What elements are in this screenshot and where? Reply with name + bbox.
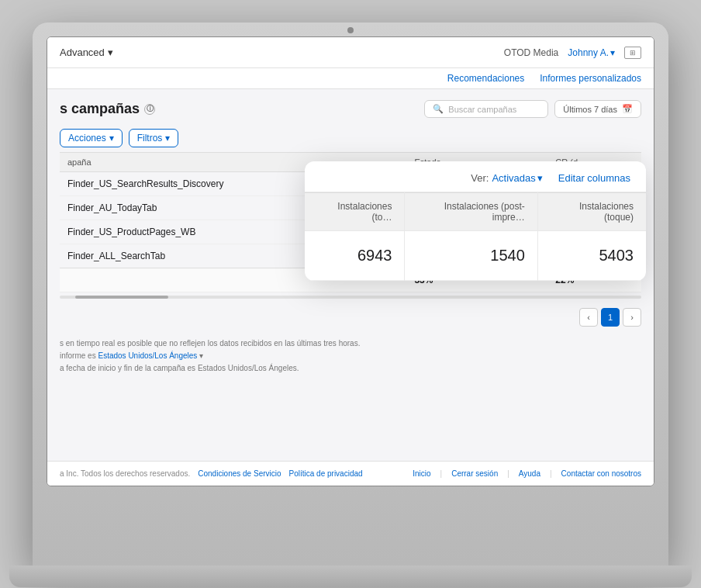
actions-label: Acciones <box>68 133 106 144</box>
footer-note-3: a fecha de inicio y fin de la campaña es… <box>60 362 641 375</box>
privacy-link[interactable]: Política de privacidad <box>289 469 363 478</box>
search-icon: 🔍 <box>433 104 444 114</box>
current-page-button[interactable]: 1 <box>601 308 620 327</box>
horizontal-scrollbar[interactable] <box>60 296 641 299</box>
ver-chevron-icon: ▾ <box>537 172 543 184</box>
popup-val-3: 5403 <box>537 231 646 281</box>
edit-columns-button[interactable]: Editar columnas <box>558 172 630 184</box>
user-chevron-icon: ▾ <box>610 47 615 58</box>
terms-link[interactable]: Condiciones de Servicio <box>198 469 281 478</box>
copyright-text: a Inc. Todos los derechos reservados. <box>60 469 190 478</box>
columns-popup: Ver: Activadas ▾ Editar columnas Instala… <box>305 161 646 281</box>
nav-right: OTOD Media Johnny A. ▾ ⊞ <box>504 47 641 59</box>
prev-icon: ‹ <box>587 313 590 322</box>
advanced-label: Advanced <box>60 47 105 58</box>
footer-note-2: informe es Estados Unidos/Los Ángeles ▾ <box>60 350 641 362</box>
user-menu[interactable]: Johnny A. ▾ <box>568 47 615 58</box>
popup-header: Ver: Activadas ▾ Editar columnas <box>305 161 646 192</box>
logout-link[interactable]: Cerrar sesión <box>451 469 498 478</box>
search-placeholder: Buscar campañas <box>448 105 516 114</box>
footer-notes: s en tiempo real es posible que no refle… <box>47 333 654 379</box>
screen-content: Advanced ▾ OTOD Media Johnny A. ▾ ⊞ <box>47 37 654 486</box>
filters-chevron-icon: ▾ <box>165 133 170 144</box>
nav-grid-icon[interactable]: ⊞ <box>624 47 641 59</box>
actions-chevron-icon: ▾ <box>109 133 114 144</box>
ver-value: Activadas <box>492 172 535 184</box>
date-filter-label: Últimos 7 días <box>563 105 617 114</box>
info-icon[interactable]: ⓘ <box>144 104 155 115</box>
footer-left: a Inc. Todos los derechos reservados. Co… <box>60 469 363 478</box>
recommendations-link[interactable]: Recomendaciones <box>447 73 524 84</box>
contact-link[interactable]: Contactar con nosotros <box>561 469 641 478</box>
footer-note-1: s en tiempo real es posible que no refle… <box>60 337 641 350</box>
popup-data-row: 6943 1540 5403 <box>305 231 646 281</box>
popup-val-1: 6943 <box>305 231 405 281</box>
laptop-base <box>9 566 692 587</box>
home-link[interactable]: Inicio <box>413 469 430 478</box>
timezone-chevron: ▾ <box>199 351 203 360</box>
scroll-thumb[interactable] <box>75 296 168 299</box>
advanced-menu[interactable]: Advanced ▾ <box>60 47 113 58</box>
page-title-text: s campañas <box>60 101 140 117</box>
timezone-link[interactable]: Estados Unidos/Los Ángeles <box>98 351 197 360</box>
date-filter[interactable]: Últimos 7 días 📅 <box>554 100 641 118</box>
ver-label-group: Ver: Activadas ▾ <box>471 172 543 184</box>
sub-nav: Recomendaciones Informes personalizados <box>47 68 654 89</box>
popup-col-2-header: Instalaciones (post-impre… <box>405 193 537 231</box>
ver-label: Ver: <box>471 172 489 184</box>
brand-label: OTOD Media <box>504 47 558 58</box>
ver-value-button[interactable]: Activadas ▾ <box>492 172 542 184</box>
footer-right: Inicio | Cerrar sesión | Ayuda | Contact… <box>413 469 641 478</box>
help-link[interactable]: Ayuda <box>519 469 540 478</box>
laptop-frame: Advanced ▾ OTOD Media Johnny A. ▾ ⊞ <box>33 22 668 566</box>
note-3-text: a fecha de inicio y fin de la campaña es… <box>60 364 299 372</box>
page-header: s campañas ⓘ 🔍 Buscar campañas Últimos 7… <box>47 89 654 124</box>
custom-reports-link[interactable]: Informes personalizados <box>540 73 641 84</box>
filters-label: Filtros <box>137 133 163 144</box>
laptop-camera <box>347 27 354 33</box>
bottom-footer: a Inc. Todos los derechos reservados. Co… <box>47 461 654 486</box>
next-icon: › <box>630 313 634 322</box>
header-right: 🔍 Buscar campañas Últimos 7 días 📅 <box>424 100 641 118</box>
next-page-button[interactable]: › <box>623 308 641 327</box>
search-box[interactable]: 🔍 Buscar campañas <box>424 100 548 118</box>
top-nav: Advanced ▾ OTOD Media Johnny A. ▾ ⊞ <box>47 37 654 68</box>
page-title: s campañas ⓘ <box>60 101 155 117</box>
nav-left: Advanced ▾ <box>60 47 113 58</box>
laptop-screen: Advanced ▾ OTOD Media Johnny A. ▾ ⊞ <box>47 36 654 486</box>
page-number: 1 <box>608 313 613 322</box>
calendar-icon: 📅 <box>622 104 633 114</box>
popup-val-2: 1540 <box>405 231 537 281</box>
toolbar: Acciones ▾ Filtros ▾ <box>47 124 654 152</box>
pagination: ‹ 1 › <box>47 302 654 333</box>
popup-col-1-header: Instalaciones (to… <box>305 193 405 231</box>
popup-col-3-header: Instalaciones (toque) <box>537 193 646 231</box>
note-2-prefix: informe es <box>60 351 98 360</box>
chevron-down-icon: ▾ <box>108 47 113 58</box>
note-1-text: s en tiempo real es posible que no refle… <box>60 339 360 348</box>
actions-button[interactable]: Acciones ▾ <box>60 129 123 147</box>
popup-table: Instalaciones (to… Instalaciones (post-i… <box>305 192 646 281</box>
prev-page-button[interactable]: ‹ <box>579 308 598 327</box>
filters-button[interactable]: Filtros ▾ <box>129 129 179 147</box>
user-name: Johnny A. <box>568 47 609 58</box>
